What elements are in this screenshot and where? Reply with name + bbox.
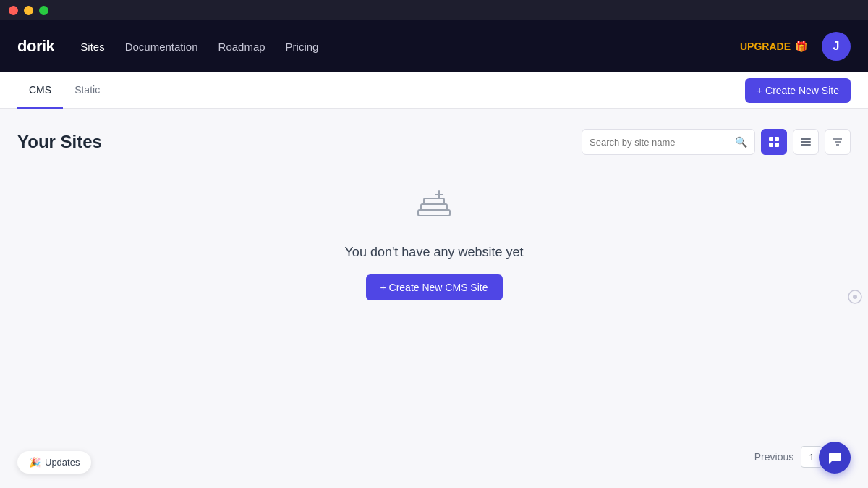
create-cms-site-button[interactable]: + Create New CMS Site — [366, 274, 503, 300]
empty-state: You don't have any website yet + Create … — [17, 184, 851, 300]
tab-cms[interactable]: CMS — [17, 73, 63, 109]
svg-rect-4 — [801, 138, 811, 140]
nav-right: UPGRADE 🎁 J — [740, 32, 851, 61]
tab-static[interactable]: Static — [63, 73, 111, 109]
scroll-indicator — [848, 290, 862, 307]
nav-link-sites[interactable]: Sites — [80, 41, 104, 53]
search-icon: 🔍 — [735, 136, 747, 148]
empty-illustration — [411, 184, 457, 230]
scroll-icon — [848, 290, 862, 304]
updates-emoji: 🎉 — [29, 457, 41, 468]
nav-links: Sites Documentation Roadmap Pricing — [80, 41, 740, 53]
svg-point-16 — [853, 295, 857, 299]
grid-icon — [768, 136, 780, 148]
updates-label: Updates — [45, 457, 80, 468]
page-title: Your Sites — [17, 132, 102, 152]
grid-view-button[interactable] — [761, 129, 787, 155]
svg-rect-11 — [421, 204, 447, 210]
upgrade-button[interactable]: UPGRADE 🎁 — [740, 41, 807, 52]
filter-icon — [832, 136, 843, 148]
mac-titlebar — [0, 0, 868, 20]
previous-page-button[interactable]: Previous — [754, 451, 793, 463]
sub-header: CMS Static + Create New Site — [0, 72, 868, 109]
svg-rect-2 — [769, 143, 773, 147]
chat-icon — [827, 450, 843, 466]
maximize-button[interactable] — [39, 6, 48, 15]
search-box[interactable]: 🔍 — [582, 129, 755, 155]
empty-message: You don't have any website yet — [345, 245, 524, 260]
nav-link-roadmap[interactable]: Roadmap — [218, 41, 265, 53]
list-icon — [800, 136, 812, 148]
logo: dorik — [17, 37, 54, 56]
svg-rect-5 — [801, 141, 811, 143]
content-header: Your Sites 🔍 — [17, 129, 851, 155]
close-button[interactable] — [9, 6, 18, 15]
navbar: dorik Sites Documentation Roadmap Pricin… — [0, 20, 868, 72]
minimize-button[interactable] — [24, 6, 33, 15]
main-content: Your Sites 🔍 — [0, 109, 868, 488]
search-input[interactable] — [590, 137, 735, 148]
search-controls: 🔍 — [582, 129, 851, 155]
upgrade-icon: 🎁 — [795, 41, 807, 52]
list-view-button[interactable] — [793, 129, 819, 155]
svg-rect-10 — [418, 210, 450, 216]
empty-icon — [411, 184, 457, 233]
nav-link-pricing[interactable]: Pricing — [286, 41, 319, 53]
create-new-site-button[interactable]: + Create New Site — [745, 78, 851, 103]
nav-link-documentation[interactable]: Documentation — [125, 41, 198, 53]
chat-button[interactable] — [819, 442, 851, 474]
svg-rect-0 — [769, 137, 773, 141]
svg-rect-3 — [775, 143, 779, 147]
upgrade-label: UPGRADE — [740, 41, 791, 52]
svg-rect-12 — [424, 198, 444, 204]
svg-rect-6 — [801, 144, 811, 146]
filter-button[interactable] — [825, 129, 851, 155]
svg-rect-1 — [775, 137, 779, 141]
updates-button[interactable]: 🎉 Updates — [17, 451, 91, 474]
tabs: CMS Static — [17, 72, 111, 108]
avatar[interactable]: J — [822, 32, 851, 61]
